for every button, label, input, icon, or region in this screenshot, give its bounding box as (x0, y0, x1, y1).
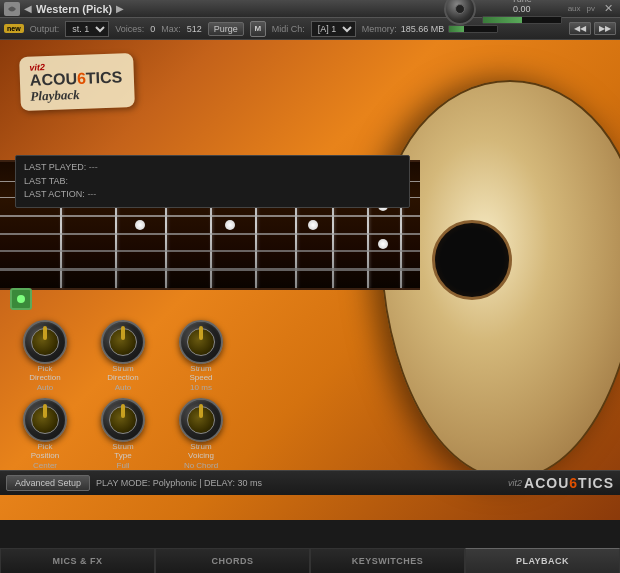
strum-speed-group: StrumSpeed 10 ms (166, 320, 236, 392)
last-played-value: --- (89, 162, 98, 172)
soundhole (432, 220, 512, 300)
output-select[interactable]: st. 1 (65, 21, 109, 37)
string-3 (0, 215, 420, 217)
strum-type-group: StrumType Full (88, 398, 158, 470)
logo-acoustics: ACOU6TICS (30, 69, 123, 88)
title-bar: ◀ Western (Pick) ▶ Tune 0.00 aux pv ✕ (0, 0, 620, 18)
max-value: 512 (187, 24, 202, 34)
voices-value: 0 (150, 24, 155, 34)
advanced-setup-button[interactable]: Advanced Setup (6, 475, 90, 491)
tuner-inner (455, 4, 465, 14)
status-bar: Advanced Setup PLAY MODE: Polyphonic | D… (0, 470, 620, 495)
new-badge: new (4, 24, 24, 33)
tune-value: 0.00 (513, 4, 531, 14)
last-played-line: LAST PLAYED: --- (24, 161, 401, 175)
memory-section: Memory: 185.66 MB (362, 24, 499, 34)
arrow-right-btn[interactable]: ▶ (116, 3, 124, 14)
pick-direction-knob[interactable] (23, 320, 67, 364)
last-played-label: LAST PLAYED: (24, 162, 86, 172)
pick-direction-knob-inner (31, 328, 59, 356)
close-button[interactable]: ✕ (601, 2, 616, 15)
bottom-acou6tics-text: ACOU6TICS (524, 475, 614, 491)
bottom-vit2-text: vit2 (508, 478, 522, 488)
strum-direction-knob-inner (109, 328, 137, 356)
mode-indicator (10, 288, 32, 310)
pick-direction-group: PickDirection Auto (10, 320, 80, 392)
tab-keyswitches[interactable]: KEYSWITCHES (310, 548, 465, 573)
voices-label: Voices: (115, 24, 144, 34)
pick-position-knob[interactable] (23, 398, 67, 442)
tab-bar: MICS & FX CHORDS KEYSWITCHES PLAYBACK (0, 548, 620, 573)
fret-dot-9b (378, 239, 388, 249)
strum-direction-label-bottom: Auto (115, 383, 131, 392)
pv-label: pv (587, 4, 595, 13)
strum-voicing-label-bottom: No Chord (184, 461, 218, 470)
instrument-title: Western (Pick) (36, 3, 112, 15)
status-row (10, 288, 440, 310)
side-btn-2[interactable]: ▶▶ (594, 22, 616, 35)
side-btn-1[interactable]: ◀◀ (569, 22, 591, 35)
pick-direction-label-top: PickDirection (29, 364, 61, 383)
pick-direction-label-bottom: Auto (37, 383, 53, 392)
purge-button[interactable]: Purge (208, 22, 244, 36)
last-action-line: LAST ACTION: --- (24, 188, 401, 202)
tab-mics-fx[interactable]: MICS & FX (0, 548, 155, 573)
logo-area: vit2 ACOU6TICS Playback (19, 53, 135, 111)
bottom-logo: vit2 ACOU6TICS (508, 475, 614, 491)
max-label: Max: (161, 24, 181, 34)
strum-speed-label-bottom: 10 ms (190, 383, 212, 392)
strum-type-knob[interactable] (101, 398, 145, 442)
arrow-left-btn[interactable]: ◀ (24, 3, 32, 14)
strum-direction-label-top: StrumDirection (107, 364, 139, 383)
pick-position-label-top: PickPosition (31, 442, 59, 461)
tab-playback[interactable]: PLAYBACK (465, 548, 620, 573)
strum-type-knob-inner (109, 406, 137, 434)
strum-type-label-bottom: Full (117, 461, 130, 470)
string-6 (0, 268, 420, 271)
string-4 (0, 233, 420, 235)
controls-area: PickDirection Auto StrumDirection Auto S… (10, 288, 440, 470)
tune-bar (482, 16, 562, 24)
strum-speed-knob[interactable] (179, 320, 223, 364)
tune-bar-fill (483, 17, 522, 23)
info-display: LAST PLAYED: --- LAST TAB: LAST ACTION: … (15, 155, 410, 208)
memory-progress-fill (449, 26, 463, 32)
string-5 (0, 250, 420, 252)
pick-position-group: PickPosition Center (10, 398, 80, 470)
pick-position-label-bottom: Center (33, 461, 57, 470)
m-button[interactable]: M (250, 21, 266, 37)
fret-dot-3 (135, 220, 145, 230)
output-label: Output: (30, 24, 60, 34)
strum-speed-label-top: StrumSpeed (189, 364, 212, 383)
pick-position-knob-inner (31, 406, 59, 434)
memory-label: Memory: (362, 24, 397, 34)
tab-chords[interactable]: CHORDS (155, 548, 310, 573)
strum-direction-group: StrumDirection Auto (88, 320, 158, 392)
last-tab-line: LAST TAB: (24, 175, 401, 189)
tuner-knob[interactable] (444, 0, 476, 25)
knob-row-1: PickDirection Auto StrumDirection Auto S… (10, 320, 440, 392)
last-action-label: LAST ACTION: (24, 189, 85, 199)
last-action-value: --- (87, 189, 96, 199)
strum-voicing-group: StrumVoicing No Chord (166, 398, 236, 470)
mode-dot (17, 295, 25, 303)
fret-dot-5 (225, 220, 235, 230)
memory-value: 185.66 MB (401, 24, 445, 34)
midi-label: Midi Ch: (272, 24, 305, 34)
strum-voicing-knob[interactable] (179, 398, 223, 442)
strum-voicing-label-top: StrumVoicing (188, 442, 214, 461)
knob-row-2: PickPosition Center StrumType Full Strum… (10, 398, 440, 470)
side-buttons: ◀◀ ▶▶ (569, 22, 616, 35)
memory-progress-bar (448, 25, 498, 33)
title-bar-left: ◀ Western (Pick) ▶ (4, 2, 124, 16)
strum-direction-knob[interactable] (101, 320, 145, 364)
main-area: vit2 ACOU6TICS Playback LAST PLAYED: ---… (0, 40, 620, 520)
play-mode-text: PLAY MODE: Polyphonic | DELAY: 30 ms (96, 478, 502, 488)
strum-voicing-knob-inner (187, 406, 215, 434)
midi-select[interactable]: [A] 1 (311, 21, 356, 37)
last-tab-label: LAST TAB: (24, 176, 68, 186)
tune-section: Tune 0.00 (482, 0, 562, 24)
strum-speed-knob-inner (187, 328, 215, 356)
aux-label: aux (568, 4, 581, 13)
fret-dot-7 (308, 220, 318, 230)
